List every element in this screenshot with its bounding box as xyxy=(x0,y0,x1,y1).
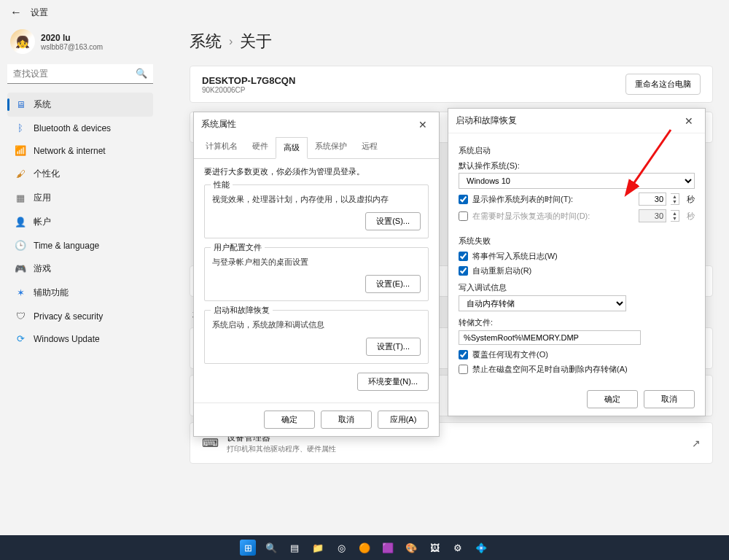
device-card: DESKTOP-L7G8CQN 90K20006CP 重命名这台电脑 xyxy=(190,66,713,103)
default-os-label: 默认操作系统(S): xyxy=(459,160,695,171)
sidebar-item--[interactable]: 🎮游戏 xyxy=(7,257,153,281)
card-subtitle: 打印机和其他驱动程序、硬件属性 xyxy=(227,444,336,454)
auto-restart-checkbox[interactable] xyxy=(459,266,468,276)
default-os-select[interactable]: Windows 10 xyxy=(459,173,695,189)
write-event-checkbox[interactable] xyxy=(459,252,468,261)
nav-label: 系统 xyxy=(34,98,51,111)
startup-settings-button[interactable]: 设置(T)... xyxy=(366,338,421,356)
dialog-title: 启动和故障恢复 xyxy=(456,114,517,127)
sysprops-apply-button[interactable]: 应用(A) xyxy=(378,411,429,429)
nav-label: Time & language xyxy=(34,241,99,251)
debug-type-select[interactable]: 自动内存转储 xyxy=(459,295,626,311)
nav-icon: 🎮 xyxy=(15,263,26,274)
close-icon[interactable]: ✕ xyxy=(680,115,698,127)
breadcrumb: 系统 › 关于 xyxy=(190,31,713,52)
app-icon[interactable]: 🟪 xyxy=(380,540,396,556)
card-icon: ⌨ xyxy=(202,436,217,450)
auto-restart-label: 自动重新启动(R) xyxy=(472,265,531,276)
sidebar-item--[interactable]: 👤帐户 xyxy=(7,210,153,234)
search-input[interactable] xyxy=(7,64,153,84)
tab-高级[interactable]: 高级 xyxy=(276,137,308,159)
settings-icon[interactable]: ⚙ xyxy=(450,540,466,556)
rename-pc-button[interactable]: 重命名这台电脑 xyxy=(625,74,701,95)
profile-settings-button[interactable]: 设置(E)... xyxy=(365,275,421,293)
show-recovery-label: 在需要时显示恢复选项的时间(D): xyxy=(472,211,634,222)
startrec-cancel-button[interactable]: 取消 xyxy=(644,390,695,408)
nav-label: 应用 xyxy=(34,192,51,204)
nav-label: Windows Update xyxy=(34,334,100,344)
dump-file-input[interactable] xyxy=(459,330,641,345)
seconds-spinner[interactable]: ▲▼ xyxy=(671,193,679,205)
sysprops-ok-button[interactable]: 确定 xyxy=(264,411,315,429)
show-recovery-checkbox[interactable] xyxy=(459,211,468,221)
sidebar-item--[interactable]: ✶辅助功能 xyxy=(7,281,153,305)
admin-note: 要进行大多数更改，你必须作为管理员登录。 xyxy=(204,166,429,177)
sidebar-item--[interactable]: ▦应用 xyxy=(7,186,153,210)
dump-file-label: 转储文件: xyxy=(459,317,695,328)
photos-icon[interactable]: 🖼 xyxy=(426,540,443,556)
app-icon[interactable]: 💠 xyxy=(473,540,489,556)
user-name: 2020 lu xyxy=(41,33,103,43)
nav-label: Bluetooth & devices xyxy=(34,123,111,133)
start-button[interactable]: ⊞ xyxy=(240,540,256,556)
close-icon[interactable]: ✕ xyxy=(414,119,432,131)
sidebar-item-time-language[interactable]: 🕒Time & language xyxy=(7,234,153,257)
show-os-list-checkbox[interactable] xyxy=(459,195,468,204)
startrec-ok-button[interactable]: 确定 xyxy=(587,390,638,408)
startup-recovery-dialog: 启动和故障恢复 ✕ 系统启动 默认操作系统(S): Windows 10 显示操… xyxy=(448,108,706,416)
sidebar-item-bluetooth-devices[interactable]: ᛒBluetooth & devices xyxy=(7,117,153,139)
file-explorer-icon[interactable]: 📁 xyxy=(310,540,326,556)
chevron-right-icon: ↗ xyxy=(692,438,701,449)
nav-label: Privacy & security xyxy=(34,311,103,322)
env-vars-button[interactable]: 环境变量(N)... xyxy=(357,373,429,391)
system-properties-dialog: 系统属性 ✕ 计算机名硬件高级系统保护远程 要进行大多数更改，你必须作为管理员登… xyxy=(193,112,440,437)
nodelete-lowdisk-label: 禁止在磁盘空间不足时自动删除内存转储(A) xyxy=(472,364,628,375)
paint-icon[interactable]: 🎨 xyxy=(403,540,419,556)
sidebar-item--[interactable]: 🖥系统 xyxy=(7,93,153,117)
page-title: 关于 xyxy=(240,31,272,52)
sidebar-item-windows-update[interactable]: ⟳Windows Update xyxy=(7,327,153,350)
back-button[interactable]: ← xyxy=(10,6,22,19)
chevron-right-icon: › xyxy=(229,35,233,48)
browser-icon[interactable]: 🟠 xyxy=(356,540,373,556)
device-name: DESKTOP-L7G8CQN xyxy=(202,75,295,86)
nav-label: 游戏 xyxy=(34,262,51,275)
debug-info-label: 写入调试信息 xyxy=(459,282,695,293)
show-os-list-label: 显示操作系统列表的时间(T): xyxy=(472,194,634,205)
recovery-seconds-input xyxy=(639,209,666,222)
search-icon[interactable]: 🔍 xyxy=(136,68,147,79)
nav-icon: 🕒 xyxy=(15,240,26,251)
dialog-title: 系统属性 xyxy=(201,118,236,131)
avatar: 👧 xyxy=(10,29,35,54)
sidebar-item-privacy-security[interactable]: 🛡Privacy & security xyxy=(7,305,153,327)
search-box: 🔍 xyxy=(7,64,153,84)
tab-硬件[interactable]: 硬件 xyxy=(245,136,276,158)
overwrite-label: 覆盖任何现有文件(O) xyxy=(472,349,548,360)
tab-远程[interactable]: 远程 xyxy=(354,136,385,158)
os-list-seconds-input[interactable] xyxy=(639,192,666,206)
tab-计算机名[interactable]: 计算机名 xyxy=(198,136,245,158)
task-view-icon[interactable]: ▤ xyxy=(286,540,303,556)
nav-icon: ᛒ xyxy=(15,122,26,133)
chrome-icon[interactable]: ◎ xyxy=(333,540,349,556)
overwrite-checkbox[interactable] xyxy=(459,350,468,359)
sidebar-item--[interactable]: 🖌个性化 xyxy=(7,162,153,186)
sysprops-cancel-button[interactable]: 取消 xyxy=(321,411,372,429)
nav-label: 帐户 xyxy=(34,216,51,228)
nav-label: 个性化 xyxy=(34,168,60,180)
taskbar: ⊞ 🔍 ▤ 📁 ◎ 🟠 🟪 🎨 🖼 ⚙ 💠 xyxy=(0,535,729,560)
nodelete-lowdisk-checkbox[interactable] xyxy=(459,365,468,374)
nav-icon: ⟳ xyxy=(15,333,26,344)
nav-icon: 🛡 xyxy=(15,311,26,322)
nav-label: Network & internet xyxy=(34,146,106,156)
nav-label: 辅助功能 xyxy=(34,287,69,299)
user-account[interactable]: 👧 2020 lu wslbb87@163.com xyxy=(7,25,153,64)
system-failure-label: 系统失败 xyxy=(459,236,695,246)
taskbar-search-icon[interactable]: 🔍 xyxy=(263,540,279,556)
device-model: 90K20006CP xyxy=(202,86,295,94)
tab-系统保护[interactable]: 系统保护 xyxy=(308,136,354,158)
perf-settings-button[interactable]: 设置(S)... xyxy=(365,212,421,230)
sidebar: 👧 2020 lu wslbb87@163.com 🔍 🖥系统ᛒBluetoot… xyxy=(0,25,160,470)
breadcrumb-root[interactable]: 系统 xyxy=(190,31,222,52)
sidebar-item-network-internet[interactable]: 📶Network & internet xyxy=(7,139,153,162)
